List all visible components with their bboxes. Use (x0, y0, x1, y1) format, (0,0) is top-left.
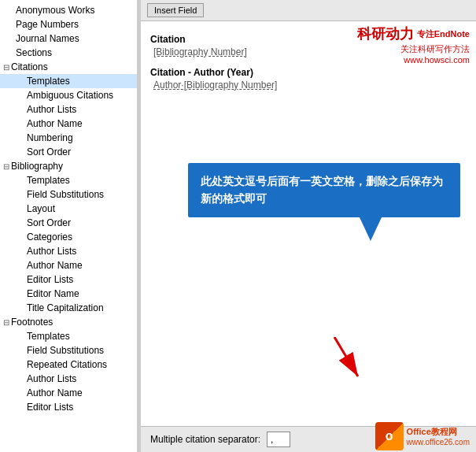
sidebar-item-page-numbers[interactable]: Page Numbers (0, 17, 137, 31)
office-text-url: www.office26.com (407, 438, 470, 446)
red-arrow-container (327, 337, 366, 387)
sidebar-item-citations-numbering[interactable]: Numbering (0, 131, 137, 145)
red-arrow-icon (327, 337, 366, 384)
sidebar-item-bibliography-categories[interactable]: Categories (0, 230, 137, 244)
citations-expand-icon: ⊟ (3, 63, 9, 72)
citation-label: Citation (150, 34, 467, 45)
sidebar-item-footnotes-author-lists[interactable]: Author Lists (0, 372, 137, 386)
sidebar: Anonymous Works Page Numbers Journal Nam… (0, 0, 138, 452)
content-area: 科研动力 专注EndNote 关注科研写作方法 www.howsci.com C… (141, 21, 476, 426)
sidebar-item-bibliography-layout[interactable]: Layout (0, 202, 137, 216)
sidebar-item-bibliography-templates[interactable]: Templates (0, 173, 137, 187)
sidebar-item-anonymous-works[interactable]: Anonymous Works (0, 3, 137, 17)
sidebar-item-bibliography-sort-order[interactable]: Sort Order (0, 216, 137, 230)
sidebar-item-footnotes-repeated[interactable]: Repeated Citations (0, 358, 137, 372)
office-badge: o Office教程网 www.office26.com (375, 422, 470, 450)
sidebar-item-bibliography-author-lists[interactable]: Author Lists (0, 244, 137, 258)
sidebar-item-footnotes-editor-lists[interactable]: Editor Lists (0, 400, 137, 414)
sidebar-item-bibliography-editor-lists[interactable]: Editor Lists (0, 272, 137, 287)
popup-arrow-down (360, 217, 382, 241)
sidebar-item-citations-ambiguous[interactable]: Ambiguous Citations (0, 88, 137, 102)
office-text-block: Office教程网 www.office26.com (407, 426, 470, 446)
sidebar-item-footnotes-templates[interactable]: Templates (0, 329, 137, 343)
toolbar: Insert Field (141, 0, 476, 21)
office-text-label: Office教程网 (407, 426, 470, 438)
sidebar-item-footnotes-field-sub[interactable]: Field Substitutions (0, 343, 137, 358)
sidebar-item-footnotes-author-name[interactable]: Author Name (0, 386, 137, 400)
citation-author-year-label: Citation - Author (Year) (150, 67, 467, 78)
office-icon-label: o (386, 429, 393, 443)
insert-field-button[interactable]: Insert Field (147, 3, 204, 17)
citation-value: [Bibliography Number] (153, 46, 467, 57)
popup-text: 此处英文逗号后面有一英文空格，删除之后保存为新的格式即可 (201, 175, 443, 205)
office-icon: o (375, 422, 404, 450)
separator-input[interactable] (267, 432, 290, 447)
svg-line-1 (334, 337, 358, 376)
main-content: Insert Field 科研动力 专注EndNote 关注科研写作方法 www… (141, 0, 476, 452)
bottom-bar: Multiple citation separator: o Office教程网… (141, 426, 476, 452)
sidebar-item-citations-templates[interactable]: Templates (0, 74, 137, 88)
footnotes-expand-icon: ⊟ (3, 318, 9, 327)
citation-author-year-section: Citation - Author (Year) Author·[Bibliog… (150, 67, 467, 91)
sidebar-item-sections[interactable]: Sections (0, 46, 137, 60)
sidebar-item-citations-sort-order[interactable]: Sort Order (0, 145, 137, 159)
bibliography-expand-icon: ⊟ (3, 162, 9, 171)
sidebar-item-bibliography-title-cap[interactable]: Title Capitalization (0, 301, 137, 315)
citation-section: Citation [Bibliography Number] (150, 34, 467, 57)
sidebar-item-citations-author-name[interactable]: Author Name (0, 117, 137, 131)
sidebar-item-bibliography-author-name[interactable]: Author Name (0, 258, 137, 272)
separator-label: Multiple citation separator: (150, 434, 260, 445)
sidebar-item-journal-names[interactable]: Journal Names (0, 31, 137, 46)
blue-popup: 此处英文逗号后面有一英文空格，删除之后保存为新的格式即可 (188, 163, 460, 217)
sidebar-item-bibliography-field-sub[interactable]: Field Substitutions (0, 187, 137, 202)
sidebar-item-bibliography-editor-name[interactable]: Editor Name (0, 287, 137, 301)
citation-author-year-value: Author·[Bibliography Number] (153, 80, 467, 91)
sidebar-item-citations[interactable]: ⊟ Citations (0, 60, 137, 74)
sidebar-item-citations-author-lists[interactable]: Author Lists (0, 102, 137, 117)
sidebar-item-footnotes[interactable]: ⊟ Footnotes (0, 315, 137, 329)
sidebar-item-bibliography[interactable]: ⊟ Bibliography (0, 159, 137, 173)
